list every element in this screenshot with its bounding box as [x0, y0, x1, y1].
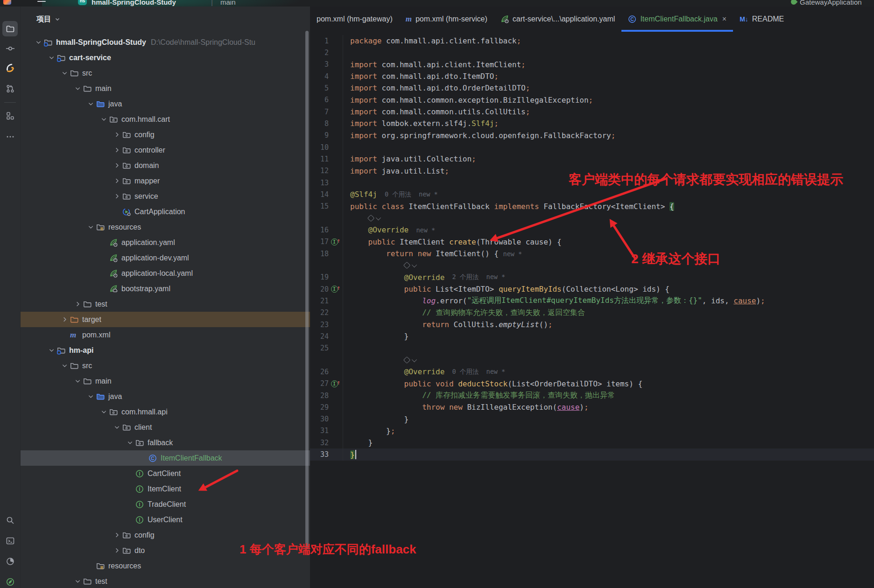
project-panel-header[interactable]: 项目 [21, 7, 310, 32]
tree-item-java[interactable]: java [21, 96, 310, 112]
tree-item-test[interactable]: test [21, 296, 310, 312]
tree-item-main[interactable]: main [21, 81, 310, 96]
chevron-down-icon[interactable] [46, 54, 57, 61]
code-editor[interactable]: 1package com.hmall.api.client.fallback;2… [310, 32, 874, 588]
tree-item-application-dev-yaml[interactable]: application-dev.yaml [21, 250, 310, 266]
chevron-down-icon[interactable] [46, 347, 57, 354]
chevron-down-icon[interactable] [85, 100, 96, 107]
tree-item-src[interactable]: src [21, 358, 310, 373]
pull-requests-tool-button[interactable] [2, 81, 18, 96]
plugin-colored-tool-button[interactable] [2, 60, 18, 76]
svg-text:I: I [139, 471, 141, 476]
chevron-down-icon[interactable] [59, 70, 70, 77]
tree-item-src[interactable]: src [21, 65, 310, 81]
tree-item-test[interactable]: test [21, 574, 310, 588]
code-line-6: 6import com.hmall.common.exception.BizIl… [310, 94, 874, 106]
tree-item-config[interactable]: config [21, 127, 310, 142]
more-tools-button[interactable] [2, 129, 18, 144]
tree-item-userclient[interactable]: IUserClient [21, 512, 310, 527]
tree-item-main[interactable]: main [21, 373, 310, 389]
tree-item-java[interactable]: java [21, 389, 310, 404]
tree-item-cartapplication[interactable]: CartApplication [21, 204, 310, 219]
spring-tool-button[interactable] [2, 574, 18, 588]
close-tab-icon[interactable]: × [722, 15, 726, 23]
project-path: D:\Code\hmall-SpringCloud-Stu [151, 38, 255, 47]
implement-marker-icon[interactable]: I↑ [329, 380, 343, 387]
code-text: public ItemClient create(Throwable cause… [343, 236, 874, 248]
chevron-down-icon[interactable] [98, 116, 109, 123]
tree-item-hmall-springcloud-study[interactable]: hmall-SpringCloud-StudyD:\Code\hmall-Spr… [21, 35, 310, 50]
tree-item-target[interactable]: target [21, 312, 310, 327]
chevron-down-icon[interactable] [85, 224, 96, 231]
chevron-right-icon[interactable] [111, 177, 122, 184]
implement-marker-icon[interactable]: I↑ [329, 286, 343, 293]
code-line-16: 16 @Override new * [310, 224, 874, 236]
tree-item-mapper[interactable]: mapper [21, 173, 310, 189]
project-panel-scrollbar[interactable] [305, 31, 309, 549]
line-number: 6 [310, 96, 329, 104]
code-line-4: 4import com.hmall.api.dto.ItemDTO; [310, 70, 874, 82]
structure-tool-button[interactable] [2, 108, 18, 123]
tree-item-com-hmall-api[interactable]: com.hmall.api [21, 404, 310, 420]
line-number: 1 [310, 37, 329, 45]
tree-item-itemclient[interactable]: IItemClient [21, 481, 310, 497]
chevron-down-icon[interactable] [124, 439, 135, 446]
chevron-down-icon[interactable] [111, 424, 122, 431]
tree-item-client[interactable]: client [21, 420, 310, 435]
project-tool-button[interactable] [2, 21, 18, 36]
tree-item-label: application-local.yaml [121, 269, 193, 278]
chevron-down-icon[interactable] [33, 39, 44, 46]
chevron-right-icon[interactable] [59, 316, 70, 323]
tree-item-application-local-yaml[interactable]: application-local.yaml [21, 266, 310, 281]
window-project-title[interactable]: hmall-SpringCloud-Study [92, 0, 176, 7]
chevron-right-icon[interactable] [111, 532, 122, 539]
editor-tab-readme[interactable]: M↓README [733, 7, 790, 32]
commit-tool-button[interactable] [2, 41, 18, 56]
chevron-right-icon[interactable] [111, 162, 122, 169]
tree-item-config[interactable]: config [21, 527, 310, 543]
tree-item-hm-api[interactable]: hm-api [21, 343, 310, 358]
run-configuration[interactable]: GatewayApplication [791, 0, 862, 7]
chevron-down-icon[interactable] [85, 393, 96, 400]
tree-item-application-yaml[interactable]: application.yaml [21, 235, 310, 250]
tree-item-dto[interactable]: dto [21, 543, 310, 558]
profiler-tool-button[interactable] [2, 553, 18, 569]
ai-inlay-icon[interactable] [404, 263, 416, 268]
tree-item-resources[interactable]: resources [21, 558, 310, 574]
chevron-down-icon[interactable] [59, 362, 70, 369]
editor-tab-cart-service-application-yaml[interactable]: cart-service\...\application.yaml [494, 7, 622, 32]
tree-item-label: ItemClientFallback [161, 454, 222, 462]
editor-tab-pom-xml-hm-service-[interactable]: mpom.xml (hm-service) [399, 7, 494, 32]
ai-inlay-icon[interactable] [368, 216, 380, 221]
main-menu-icon[interactable] [37, 0, 46, 7]
chevron-down-icon[interactable] [72, 378, 83, 385]
tree-item-com-hmall-cart[interactable]: com.hmall.cart [21, 112, 310, 127]
chevron-right-icon[interactable] [111, 547, 122, 554]
chevron-right-icon[interactable] [111, 193, 122, 200]
implement-marker-icon[interactable]: I↑ [329, 238, 343, 245]
tree-item-pom-xml[interactable]: mpom.xml [21, 327, 310, 343]
tree-item-fallback[interactable]: fallback [21, 435, 310, 450]
tree-item-resources[interactable]: resources [21, 219, 310, 235]
tree-item-itemclientfallback[interactable]: CItemClientFallback [21, 450, 310, 466]
terminal-tool-button[interactable] [2, 533, 18, 548]
chevron-down-icon[interactable] [98, 408, 109, 415]
chevron-down-icon[interactable] [72, 85, 83, 92]
chevron-right-icon[interactable] [111, 131, 122, 138]
chevron-right-icon[interactable] [111, 147, 122, 154]
chevron-right-icon[interactable] [72, 301, 83, 308]
editor-tab-itemclientfallback-java[interactable]: CItemClientFallback.java× [621, 7, 733, 32]
tree-item-tradeclient[interactable]: ITradeClient [21, 497, 310, 512]
search-tool-button[interactable] [2, 512, 18, 528]
tree-item-controller[interactable]: controller [21, 142, 310, 158]
chevron-down-icon[interactable] [72, 578, 83, 585]
tree-item-cartclient[interactable]: ICartClient [21, 466, 310, 481]
tree-item-cart-service[interactable]: cart-service [21, 50, 310, 65]
git-branch-button[interactable]: main [220, 0, 236, 7]
tree-item-service[interactable]: service [21, 189, 310, 204]
editor-tab-pom-xml-hm-gateway-[interactable]: pom.xml (hm-gateway) [310, 7, 399, 32]
code-line-30: 30 } [310, 413, 874, 425]
ai-inlay-icon[interactable] [404, 357, 416, 363]
tree-item-bootstrap-yaml[interactable]: bootstrap.yaml [21, 281, 310, 296]
tree-item-domain[interactable]: domain [21, 158, 310, 173]
